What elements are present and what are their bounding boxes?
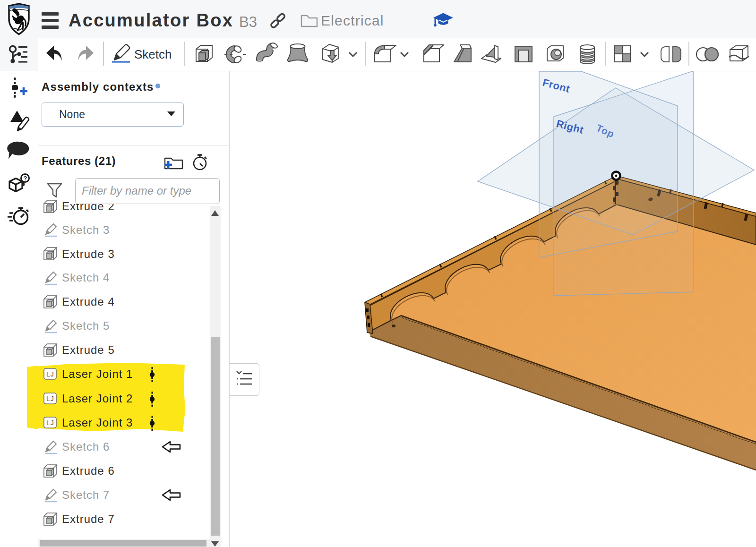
svg-text:Laser Joint 3: Laser Joint 3 [62,416,133,429]
svg-text:Extrude 7: Extrude 7 [62,513,115,525]
svg-text:Laser Joint 2: Laser Joint 2 [62,392,133,405]
svg-text:Sketch: Sketch [134,47,172,61]
svg-text:Extrude 3: Extrude 3 [62,248,115,260]
svg-text:Sketch 6: Sketch 6 [62,440,110,453]
svg-text:Sketch 5: Sketch 5 [62,319,110,332]
svg-text:Sketch 4: Sketch 4 [62,271,110,284]
svg-text:?: ? [24,175,27,182]
svg-text:Laser Joint 1: Laser Joint 1 [62,368,133,380]
svg-text:Extrude 4: Extrude 4 [62,295,115,308]
svg-text:Sketch 3: Sketch 3 [62,223,110,236]
svg-text:Sketch 7: Sketch 7 [62,488,110,501]
svg-text:Extrude 6: Extrude 6 [62,464,115,477]
svg-text:Extrude 5: Extrude 5 [62,343,115,356]
